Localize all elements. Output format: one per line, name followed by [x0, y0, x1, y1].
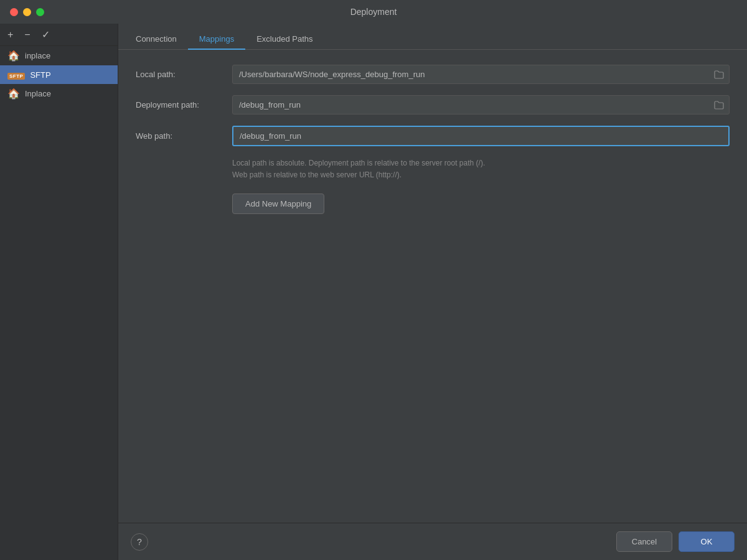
bottom-bar: ? Cancel OK [118, 523, 747, 560]
close-button[interactable] [10, 8, 18, 16]
sidebar-item-inplace2[interactable]: 🏠 Inplace [0, 84, 118, 103]
tabs: Connection Mappings Excluded Paths [118, 24, 747, 50]
help-button[interactable]: ? [131, 533, 148, 551]
main-layout: + − ✓ 🏠 inplace SFTP SFTP 🏠 Inplace Conn… [0, 24, 747, 560]
home-icon-2: 🏠 [7, 88, 20, 100]
tab-mappings[interactable]: Mappings [188, 29, 245, 50]
window-title: Deployment [350, 7, 397, 17]
web-path-row: Web path: [136, 126, 730, 146]
sidebar-item-sftp[interactable]: SFTP SFTP [0, 65, 118, 84]
maximize-button[interactable] [36, 8, 44, 16]
deployment-path-row: Deployment path: [136, 95, 730, 114]
deployment-path-browse-button[interactable] [709, 97, 729, 113]
content-area: Connection Mappings Excluded Paths Local… [118, 24, 747, 560]
sidebar-item-label: inplace [25, 51, 50, 60]
sftp-icon: SFTP [7, 69, 25, 80]
local-path-input[interactable] [233, 65, 709, 83]
sidebar-item-inplace2-label: Inplace [25, 89, 51, 98]
add-server-button[interactable]: + [5, 29, 16, 41]
local-path-field-wrapper [232, 65, 730, 84]
deployment-path-input[interactable] [233, 96, 709, 114]
ok-button[interactable]: OK [679, 531, 735, 552]
local-path-label: Local path: [136, 70, 232, 79]
apply-button[interactable]: ✓ [39, 29, 52, 41]
home-icon: 🏠 [7, 50, 20, 62]
remove-server-button[interactable]: − [22, 29, 32, 41]
hint-text: Local path is absolute. Deployment path … [232, 157, 730, 181]
sidebar-toolbar: + − ✓ [0, 24, 118, 46]
deployment-path-field-wrapper [232, 95, 730, 114]
cancel-button[interactable]: Cancel [616, 531, 672, 552]
local-path-row: Local path: [136, 65, 730, 84]
hint-line2: Web path is relative to the web server U… [232, 170, 402, 179]
hint-line1: Local path is absolute. Deployment path … [232, 159, 485, 167]
title-bar: Deployment [0, 0, 747, 24]
add-new-mapping-button[interactable]: Add New Mapping [232, 194, 324, 214]
deployment-path-label: Deployment path: [136, 100, 232, 110]
web-path-label: Web path: [136, 131, 232, 141]
local-path-browse-button[interactable] [709, 67, 729, 83]
tab-connection[interactable]: Connection [125, 29, 188, 50]
form-area: Local path: Deployment path: [118, 50, 747, 523]
window-controls [10, 8, 44, 16]
minimize-button[interactable] [23, 8, 31, 16]
sidebar: + − ✓ 🏠 inplace SFTP SFTP 🏠 Inplace [0, 24, 118, 560]
web-path-field-wrapper [232, 126, 730, 146]
dialog-buttons: Cancel OK [616, 531, 735, 552]
sidebar-item-inplace1[interactable]: 🏠 inplace [0, 46, 118, 65]
tab-excluded-paths[interactable]: Excluded Paths [245, 29, 324, 50]
web-path-input[interactable] [233, 127, 728, 145]
sidebar-item-sftp-label: SFTP [30, 70, 50, 80]
